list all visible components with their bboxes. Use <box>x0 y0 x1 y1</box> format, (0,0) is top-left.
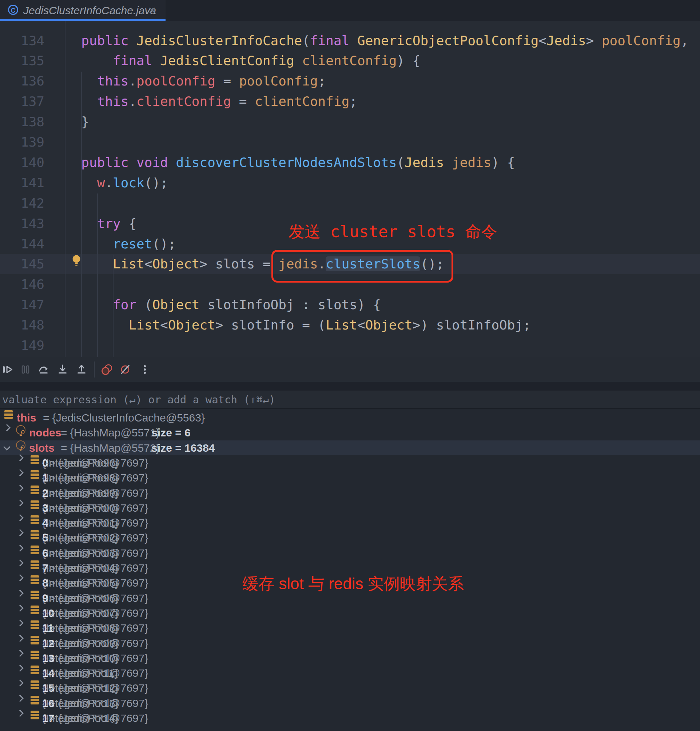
line-number[interactable]: 137 <box>0 91 53 112</box>
line-number[interactable]: 148 <box>0 315 53 335</box>
code-editor[interactable]: 1341351361371381391401411421431441451461… <box>0 21 700 357</box>
chevron-collapsed-icon[interactable] <box>16 605 24 612</box>
map-entry-row[interactable]: {Integer@7714} 17 -> {JedisPool@7697} <box>0 710 700 725</box>
code-token: } <box>66 114 89 129</box>
code-line[interactable]: public JedisClusterInfoCache(final Gener… <box>66 31 688 51</box>
line-number[interactable]: 149 <box>0 335 53 356</box>
value-bars-icon <box>31 501 39 509</box>
line-number[interactable]: 142 <box>0 193 53 213</box>
code-line[interactable]: try { <box>66 213 137 234</box>
line-number[interactable]: 134 <box>0 31 53 51</box>
chevron-collapsed-icon[interactable] <box>16 694 24 702</box>
map-entry-row[interactable]: {Integer@7709} 12 -> {JedisPool@7697} <box>0 636 700 650</box>
chevron-collapsed-icon[interactable] <box>16 650 24 657</box>
more-options-button[interactable] <box>138 363 151 376</box>
line-number[interactable]: 146 <box>0 274 53 295</box>
value-bars-icon <box>31 591 39 599</box>
code-line[interactable]: } <box>66 112 89 132</box>
mute-breakpoints-button[interactable] <box>119 363 132 376</box>
map-entry-row[interactable]: {Integer@7710} 13 -> {JedisPool@7697} <box>0 650 700 665</box>
pause-button[interactable] <box>19 363 32 376</box>
map-entry-row[interactable]: {Integer@7713} 16 -> {JedisPool@7697} <box>0 696 700 710</box>
chevron-collapsed-icon[interactable] <box>16 484 24 492</box>
map-entry-row[interactable]: {Integer@7703} 6 -> {JedisPool@7697} <box>0 546 700 561</box>
code-token <box>66 53 113 68</box>
code-token <box>128 33 137 48</box>
step-into-button[interactable] <box>56 363 69 376</box>
chevron-collapsed-icon[interactable] <box>16 619 24 627</box>
variable-row[interactable]: fnodes= {HashMap@5571}size = 6 <box>0 425 700 440</box>
line-number[interactable]: 136 <box>0 71 53 91</box>
tree-text: size = 16384 <box>151 440 215 455</box>
code-token: > <box>586 33 602 48</box>
map-entry-row[interactable]: {Integer@7701} 4 -> {JedisPool@7697} <box>0 515 700 530</box>
code-token: reset <box>113 236 152 251</box>
step-out-button[interactable] <box>75 363 88 376</box>
chevron-collapsed-icon[interactable] <box>16 514 24 521</box>
step-over-button[interactable] <box>37 363 50 376</box>
map-entry-row[interactable]: {Integer@7702} 5 -> {JedisPool@7697} <box>0 530 700 545</box>
line-number[interactable]: 143 <box>0 213 53 234</box>
view-breakpoints-button[interactable] <box>100 363 113 376</box>
chevron-collapsed-icon[interactable] <box>16 590 24 597</box>
chevron-collapsed-icon[interactable] <box>16 680 24 687</box>
chevron-collapsed-icon[interactable] <box>16 559 24 567</box>
code-line[interactable]: List<Object> slotInfo = (List<Object>) s… <box>66 315 531 335</box>
chevron-collapsed-icon[interactable] <box>16 529 24 536</box>
map-entry-row[interactable]: {Integer@7698} 1 -> {JedisPool@7697} <box>0 470 700 485</box>
code-token <box>444 155 452 170</box>
code-token: this <box>97 73 129 88</box>
map-entry-row[interactable]: {Integer@7696} 0 -> {JedisPool@7697} <box>0 455 700 470</box>
line-number[interactable]: 147 <box>0 295 53 315</box>
line-number[interactable]: 139 <box>0 132 53 153</box>
code-line[interactable]: w.lock(); <box>66 173 168 193</box>
map-entry-row[interactable]: {Integer@7707} 10 -> {JedisPool@7697} <box>0 606 700 621</box>
line-number[interactable]: 141 <box>0 173 53 193</box>
chevron-collapsed-icon[interactable] <box>16 635 24 642</box>
code-line[interactable]: public void discoverClusterNodesAndSlots… <box>66 153 515 173</box>
code-token <box>66 236 113 251</box>
tree-text: = {HashMap@5571} <box>61 425 159 440</box>
code-line[interactable]: reset(); <box>66 234 176 254</box>
chevron-expanded-icon[interactable] <box>3 443 10 451</box>
chevron-collapsed-icon[interactable] <box>16 545 24 552</box>
line-number[interactable]: 145 <box>0 254 53 274</box>
code-line[interactable]: final JedisClientConfig clientConfig) { <box>66 51 420 71</box>
code-token: void <box>137 155 168 170</box>
code-token: this <box>97 94 129 109</box>
value-bars-icon <box>31 680 39 689</box>
map-entry-row[interactable]: {Integer@7712} 15 -> {JedisPool@7697} <box>0 680 700 695</box>
line-number[interactable]: 135 <box>0 51 53 71</box>
code-line[interactable]: for (Object slotInfoObj : slots) { <box>66 295 381 315</box>
map-entry-row[interactable]: {Integer@7700} 3 -> {JedisPool@7697} <box>0 501 700 515</box>
resume-button[interactable] <box>1 363 14 376</box>
code-token: clientConfig <box>302 53 397 68</box>
field-icon: f <box>16 425 25 434</box>
code-token: List <box>128 317 160 332</box>
variable-row[interactable]: this= {JedisClusterInfoCache@5563} <box>0 410 700 425</box>
chevron-collapsed-icon[interactable] <box>16 709 24 717</box>
chevron-collapsed-icon[interactable] <box>16 665 24 672</box>
code-token: for <box>113 297 137 312</box>
intention-bulb-icon[interactable] <box>72 255 81 270</box>
map-entry-row[interactable]: {Integer@7711} 14 -> {JedisPool@7697} <box>0 665 700 680</box>
chevron-collapsed-icon[interactable] <box>16 499 24 506</box>
tab-close-icon[interactable]: × <box>149 3 156 17</box>
map-entry-row[interactable]: {Integer@7699} 2 -> {JedisPool@7697} <box>0 486 700 501</box>
code-token: = <box>215 73 239 88</box>
chevron-collapsed-icon[interactable] <box>16 469 24 476</box>
line-number[interactable]: 140 <box>0 153 53 173</box>
line-number[interactable]: 138 <box>0 112 53 132</box>
chevron-collapsed-icon[interactable] <box>3 424 10 431</box>
code-token: poolConfig <box>602 33 681 48</box>
code-line[interactable]: this.poolConfig = poolConfig; <box>66 71 326 91</box>
tab-jedisclusterinfocache[interactable]: C JedisClusterInfoCache.java × <box>0 0 166 21</box>
code-line[interactable]: this.clientConfig = clientConfig; <box>66 91 357 112</box>
line-number[interactable]: 144 <box>0 234 53 254</box>
chevron-collapsed-icon[interactable] <box>16 454 24 461</box>
variables-panel[interactable]: this= {JedisClusterInfoCache@5563}fnodes… <box>0 409 700 731</box>
map-entry-row[interactable]: {Integer@7708} 11 -> {JedisPool@7697} <box>0 621 700 636</box>
chevron-collapsed-icon[interactable] <box>16 574 24 581</box>
evaluate-expression-bar[interactable]: valuate expression (↵) or add a watch (⇧… <box>0 390 700 409</box>
variable-row[interactable]: fslots= {HashMap@5572}size = 16384 <box>0 440 700 455</box>
